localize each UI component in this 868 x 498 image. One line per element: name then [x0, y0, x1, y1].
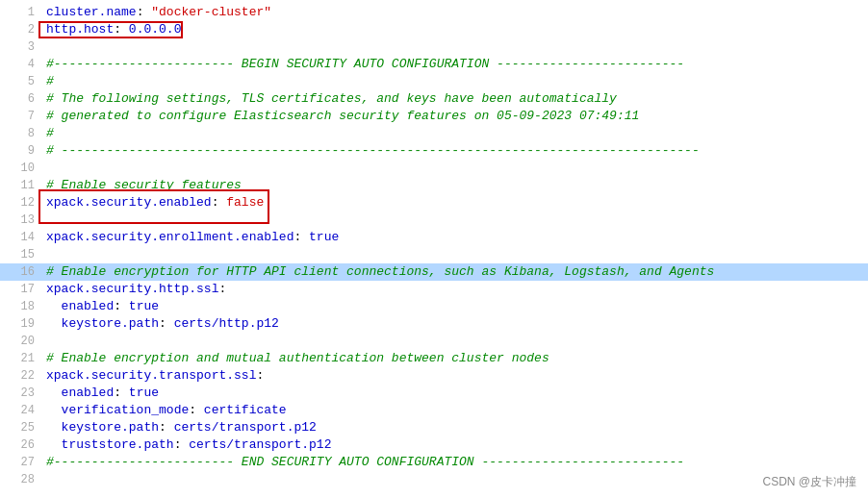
line-number: 2 — [8, 21, 35, 38]
code-line-1: 1cluster.name: "docker-cluster" — [0, 4, 868, 21]
code-line-23: 23 enabled: true — [0, 385, 868, 402]
code-line-7: 7# generated to configure Elasticsearch … — [0, 108, 868, 125]
code-line-28: 28 — [0, 471, 868, 488]
line-content: verification_mode: certificate — [46, 402, 860, 419]
line-number: 23 — [8, 385, 35, 402]
code-line-2: 2http.host: 0.0.0.0 — [0, 21, 868, 38]
code-line-3: 3 — [0, 38, 868, 56]
line-number: 27 — [8, 454, 35, 471]
code-line-5: 5# — [0, 73, 868, 90]
code-line-13: 13 — [0, 212, 868, 229]
line-content: cluster.name: "docker-cluster" — [46, 4, 860, 21]
line-number: 14 — [8, 229, 35, 246]
code-line-22: 22xpack.security.transport.ssl: — [0, 367, 868, 385]
line-number: 16 — [8, 263, 35, 281]
line-number: 5 — [8, 73, 35, 90]
line-number: 19 — [8, 315, 35, 333]
line-number: 21 — [8, 350, 35, 367]
code-line-12: 12xpack.security.enabled: false — [0, 194, 868, 212]
line-content: xpack.security.enabled: false — [46, 194, 860, 212]
code-line-19: 19 keystore.path: certs/http.p12 — [0, 315, 868, 333]
line-number: 22 — [8, 367, 35, 385]
code-line-24: 24 verification_mode: certificate — [0, 402, 868, 419]
code-line-27: 27#------------------------ END SECURITY… — [0, 454, 868, 471]
code-line-18: 18 enabled: true — [0, 298, 868, 315]
line-number: 12 — [8, 194, 35, 212]
line-number: 15 — [8, 246, 35, 263]
line-content: keystore.path: certs/http.p12 — [46, 315, 860, 333]
line-content: # Enable security features — [46, 177, 860, 194]
line-content: # Enable encryption for HTTP API client … — [46, 263, 860, 281]
code-line-15: 15 — [0, 246, 868, 263]
line-content: # — [46, 73, 860, 90]
line-number: 4 — [8, 56, 35, 73]
line-number: 6 — [8, 90, 35, 108]
line-content: # Enable encryption and mutual authentic… — [46, 350, 860, 367]
line-content: truststore.path: certs/transport.p12 — [46, 436, 860, 454]
line-content: http.host: 0.0.0.0 — [46, 21, 860, 38]
line-number: 17 — [8, 281, 35, 298]
line-number: 1 — [8, 4, 35, 21]
code-line-11: 11# Enable security features — [0, 177, 868, 194]
watermark: CSDN @皮卡冲撞 — [762, 474, 856, 490]
code-line-14: 14xpack.security.enrollment.enabled: tru… — [0, 229, 868, 246]
code-line-10: 10 — [0, 160, 868, 177]
code-line-8: 8# — [0, 125, 868, 142]
code-line-16: 16# Enable encryption for HTTP API clien… — [0, 263, 868, 281]
code-line-25: 25 keystore.path: certs/transport.p12 — [0, 419, 868, 436]
line-number: 18 — [8, 298, 35, 315]
code-line-6: 6# The following settings, TLS certifica… — [0, 90, 868, 108]
line-content: enabled: true — [46, 298, 860, 315]
line-content: #------------------------ BEGIN SECURITY… — [46, 56, 860, 73]
line-content: xpack.security.enrollment.enabled: true — [46, 229, 860, 246]
line-number: 9 — [8, 142, 35, 160]
line-content: xpack.security.http.ssl: — [46, 281, 860, 298]
code-line-21: 21# Enable encryption and mutual authent… — [0, 350, 868, 367]
code-line-26: 26 truststore.path: certs/transport.p12 — [0, 436, 868, 454]
line-number: 11 — [8, 177, 35, 194]
line-number: 28 — [8, 471, 35, 488]
code-editor: 1cluster.name: "docker-cluster"2http.hos… — [0, 0, 868, 498]
line-content: # generated to configure Elasticsearch s… — [46, 108, 860, 125]
line-number: 10 — [8, 160, 35, 177]
line-content: #------------------------ END SECURITY A… — [46, 454, 860, 471]
code-line-17: 17xpack.security.http.ssl: — [0, 281, 868, 298]
line-number: 7 — [8, 108, 35, 125]
line-content: keystore.path: certs/transport.p12 — [46, 419, 860, 436]
line-number: 26 — [8, 436, 35, 454]
code-line-9: 9# -------------------------------------… — [0, 142, 868, 160]
line-number: 24 — [8, 402, 35, 419]
line-number: 3 — [8, 38, 35, 56]
line-number: 25 — [8, 419, 35, 436]
line-content: # The following settings, TLS certificat… — [46, 90, 860, 108]
line-content: xpack.security.transport.ssl: — [46, 367, 860, 385]
line-content: # --------------------------------------… — [46, 142, 860, 160]
line-content: # — [46, 125, 860, 142]
line-number: 13 — [8, 212, 35, 229]
line-content: enabled: true — [46, 385, 860, 402]
code-line-20: 20 — [0, 333, 868, 350]
line-number: 8 — [8, 125, 35, 142]
code-line-4: 4#------------------------ BEGIN SECURIT… — [0, 56, 868, 73]
line-number: 20 — [8, 333, 35, 350]
